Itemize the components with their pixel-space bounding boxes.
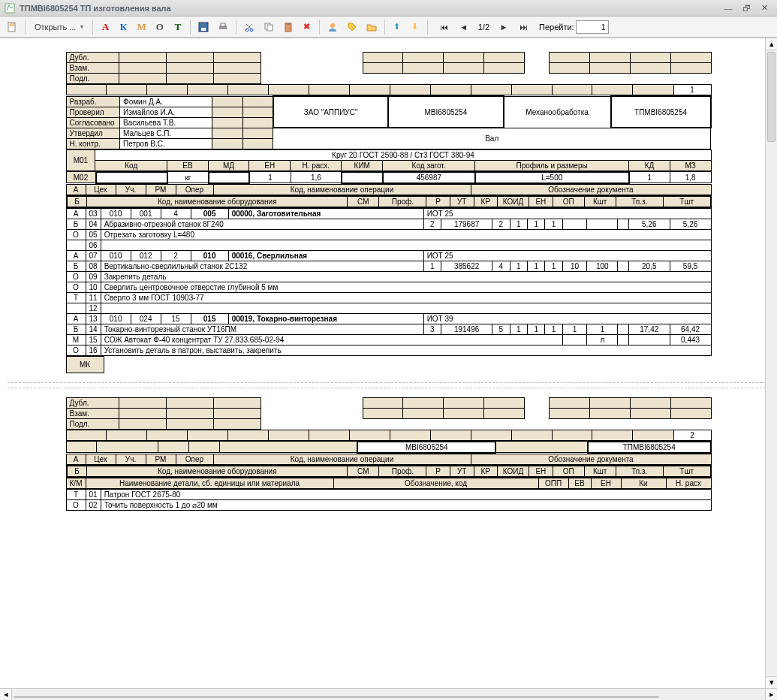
table-row: Т01Патрон ГОСТ 2675-80	[66, 489, 711, 499]
scroll-thumb[interactable]	[767, 52, 775, 142]
horizontal-scrollbar[interactable]: ◂ ▸	[0, 688, 777, 700]
table-row: О02Точить поверхность 1 до ⌀20 мм	[66, 499, 711, 510]
table-row: О16Установить деталь в патрон, выставить…	[66, 345, 711, 355]
print-icon[interactable]	[214, 19, 232, 35]
next-page-icon[interactable]: ►	[495, 19, 512, 35]
b-header-2: БКод, наименование оборудованияСМПроф.РУ…	[66, 465, 712, 478]
app-icon	[5, 3, 15, 14]
last-page-icon[interactable]: ⏭	[515, 19, 532, 35]
material-row: М01Круг 20 ГОСТ 2590-88 / Ст3 ГОСТ 380-9…	[66, 149, 712, 171]
toolbar: Открыть ...▾ А К М О Т ✖ ⬆ ⬇ ⏮ ◄ 1/2 ► ⏭…	[0, 17, 777, 38]
goto-label: Перейти:	[539, 23, 574, 32]
delete-icon[interactable]: ✖	[299, 19, 315, 35]
folder-icon[interactable]	[363, 19, 381, 35]
page-1: Дубл. Взам. Подл. 1 Разраб.Фомин Д.А. ЗА…	[66, 52, 712, 373]
titlebar: ТПМВІ6805254 ТП изготовления вала — 🗗 ✕	[0, 0, 777, 17]
close-button[interactable]: ✕	[756, 2, 772, 14]
letter-o-button[interactable]: О	[152, 19, 168, 35]
stub-right-2	[363, 397, 712, 419]
scroll-up-icon[interactable]: ▴	[766, 38, 777, 50]
scroll-left-icon[interactable]: ◂	[0, 689, 12, 701]
window-title: ТПМВІ6805254 ТП изготовления вала	[20, 4, 171, 13]
svg-rect-5	[221, 23, 225, 26]
codes-row-2: МВІ6805254ТПМВІ6805254	[66, 441, 712, 454]
operations-table-2: Т01Патрон ГОСТ 2675-80О02Точить поверхно…	[66, 489, 712, 511]
company-cell: ЗАО "АППИУС"	[273, 96, 388, 128]
page-2: Дубл. Взам. Подл. 2 МВІ6805254ТПМВІ68052…	[66, 397, 712, 511]
pager: ⏮ ◄ 1/2 ► ⏭	[436, 19, 532, 35]
stub-left: Дубл. Взам. Подл.	[66, 52, 261, 84]
save-icon[interactable]	[194, 19, 212, 35]
new-doc-icon[interactable]	[3, 19, 21, 35]
table-row: 06	[66, 240, 711, 250]
goto-input[interactable]	[576, 20, 609, 34]
table-row: А130100241501500019, Токарно-винторезная…	[66, 313, 711, 324]
table-row: Б04Абразивно-отрезной станок 8Г240217968…	[66, 219, 711, 229]
page-separator	[8, 382, 769, 388]
scroll-right-icon[interactable]: ▸	[765, 689, 777, 701]
chevron-down-icon: ▾	[80, 23, 83, 30]
stub-right	[363, 52, 712, 74]
code2-cell: ТПМВІ6805254	[611, 96, 711, 128]
document-viewport: ▴ ▾ Дубл. Взам. Подл. 1	[0, 38, 777, 688]
tag-icon[interactable]	[343, 19, 361, 35]
svg-rect-9	[267, 25, 273, 31]
first-page-icon[interactable]: ⏮	[436, 19, 453, 35]
table-row: Б14Токарно-винторезный станок УТ16ПМ3191…	[66, 324, 711, 334]
table-row: Б08Вертикально-сверлильный станок 2С1321…	[66, 261, 711, 271]
table-row: О10Сверлить центровочное отверстие глуби…	[66, 282, 711, 292]
svg-rect-0	[5, 4, 14, 13]
mk-footer: МК	[66, 356, 712, 373]
letter-k-button[interactable]: К	[115, 19, 131, 35]
part-name: Вал	[273, 128, 711, 149]
svg-point-12	[330, 23, 335, 28]
a-header: АЦехУч.РМОперКод, наименование операцииО…	[66, 184, 712, 195]
page-number-row: 1	[66, 84, 712, 95]
table-row: 12	[66, 303, 711, 313]
user-icon[interactable]	[324, 19, 342, 35]
table-row: А03010001400500000, ЗаготовительнаяИОТ 2…	[66, 208, 711, 219]
prev-page-icon[interactable]: ◄	[456, 19, 472, 35]
header-block: Разраб.Фомин Д.А. ЗАО "АППИУС" МВІ680525…	[66, 95, 712, 149]
vertical-scrollbar[interactable]: ▴ ▾	[765, 38, 777, 688]
copy-icon[interactable]	[260, 19, 278, 35]
svg-rect-11	[287, 23, 290, 25]
paste-icon[interactable]	[279, 19, 297, 35]
letter-t-button[interactable]: Т	[170, 19, 186, 35]
arrow-down-icon[interactable]: ⬇	[407, 19, 423, 35]
code1-cell: МВІ6805254	[388, 96, 503, 128]
open-button[interactable]: Открыть ...▾	[29, 19, 89, 35]
restore-button[interactable]: 🗗	[738, 2, 754, 14]
letter-m-button[interactable]: М	[133, 19, 149, 35]
table-row: М15СОЖ Автокат Ф-40 концентрат ТУ 27.833…	[66, 334, 711, 345]
scroll-down-icon[interactable]: ▾	[766, 676, 777, 688]
a-header-2: АЦехУч.РМОперКод, наименование операцииО…	[66, 454, 712, 465]
table-row: О05Отрезать заготовку L=480	[66, 229, 711, 240]
stub-left-2: Дубл. Взам. Подл.	[66, 397, 261, 430]
operations-table: А03010001400500000, ЗаготовительнаяИОТ 2…	[66, 208, 712, 356]
process-cell: Механообработка	[504, 96, 611, 128]
table-row: О09Закрепить деталь	[66, 271, 711, 282]
b-header: БКод, наименование оборудованияСМПроф.РУ…	[66, 195, 712, 208]
km-header: К/МНаименование детали, сб. единицы или …	[66, 478, 712, 489]
arrow-up-icon[interactable]: ⬆	[389, 19, 405, 35]
letter-a-button[interactable]: А	[97, 19, 113, 35]
table-row: А07010012201000016, СверлильнаяИОТ 25	[66, 250, 711, 261]
cut-icon[interactable]	[240, 19, 258, 35]
page-indicator: 1/2	[475, 23, 492, 32]
material-values: М02 кг11,6456987L=50011,8	[66, 171, 712, 184]
minimize-button[interactable]: —	[720, 2, 736, 14]
hscroll-thumb[interactable]	[14, 696, 659, 698]
table-row: Т11Сверло 3 мм ГОСТ 10903-77	[66, 292, 711, 303]
svg-rect-3	[201, 28, 206, 31]
